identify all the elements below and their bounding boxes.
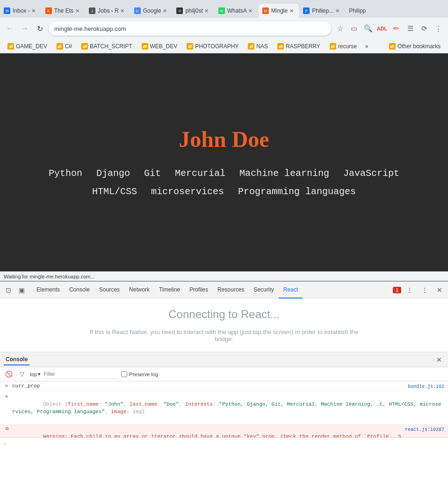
- console-panel: Console ✕ 🚫 ▽ top ▾ Preserve log ▶ curr_…: [0, 352, 448, 449]
- menu-icon[interactable]: ⋮: [432, 22, 444, 35]
- bookmark-batch-script[interactable]: 📁 BATCH_SCRIPT: [78, 42, 136, 51]
- toolbar-icons: ☆ ▭ 🔍 ADL ✏ ☰ ⟳ ⋮: [334, 22, 444, 35]
- devtools-controls: ⊡ ▣: [2, 284, 28, 297]
- reader-icon[interactable]: ☰: [404, 22, 416, 35]
- draw-icon[interactable]: ✏: [390, 22, 402, 35]
- arrow-icon: ▶: [4, 383, 10, 389]
- tab-philipp2[interactable]: Philipp: [345, 4, 373, 18]
- tab-security[interactable]: Security: [249, 282, 278, 299]
- console-line-source[interactable]: bundle.js:102: [408, 383, 444, 391]
- tab-console[interactable]: Console: [65, 282, 94, 299]
- devtools-close-button[interactable]: ✕: [433, 284, 446, 297]
- tab-google[interactable]: G Google ✕: [130, 4, 173, 18]
- tab-jobs[interactable]: J Jobs - R ✕: [85, 4, 130, 18]
- tab-close-jobs[interactable]: ✕: [119, 7, 126, 15]
- tab-sources[interactable]: Sources: [94, 282, 124, 299]
- tab-react[interactable]: React: [279, 282, 303, 299]
- tab-close-github[interactable]: ✕: [203, 7, 210, 15]
- tab-philipp1[interactable]: P Philiep... ✕: [299, 4, 345, 18]
- skill-microservices: microservices: [144, 184, 231, 199]
- tab-close-philipp1[interactable]: ✕: [333, 7, 341, 15]
- bookmark-other[interactable]: 📁 Other bookmarks: [385, 42, 444, 51]
- folder-icon: 📁: [330, 43, 336, 50]
- console-prompt-input[interactable]: [8, 441, 444, 446]
- arrow-icon: ▶: [4, 394, 10, 400]
- tab-close-inbox[interactable]: ✕: [30, 7, 37, 15]
- tab-close-whatsapp[interactable]: ✕: [247, 7, 254, 15]
- bookmark-nas[interactable]: 📁 NAS: [244, 42, 272, 51]
- tab-mingle[interactable]: M Mingle ✕: [259, 4, 299, 18]
- bookmark-web-dev[interactable]: 📁 WEB_DEV: [138, 42, 181, 51]
- tab-resources[interactable]: Resources: [213, 282, 249, 299]
- page-title: John Doe: [179, 126, 269, 152]
- bookmark-label-other: Other bookmarks: [397, 43, 441, 50]
- console-tab-label[interactable]: Console: [4, 354, 29, 365]
- skill-python: Python: [42, 166, 89, 181]
- folder-icon: 📁: [277, 43, 284, 50]
- bookmark-raspberry[interactable]: 📁 RASPBERRY: [274, 42, 324, 51]
- tab-inbox[interactable]: ✉ Inbox - ✕: [0, 4, 41, 18]
- error-badge: 1: [393, 287, 401, 293]
- preserve-log-checkbox[interactable]: [121, 371, 127, 377]
- tab-title-philipp1: Philiep...: [312, 7, 333, 14]
- bookmark-label-photography: PHOTOGRAPHY: [195, 43, 238, 50]
- devtools-undock-button[interactable]: ⊡: [2, 284, 15, 297]
- tab-title-github: philj0st: [185, 7, 202, 14]
- bookmark-game-dev[interactable]: 📁 GAME_DEV: [4, 42, 51, 51]
- tab-close-mingle[interactable]: ✕: [288, 7, 295, 15]
- devtools-toggle-button[interactable]: ▣: [15, 284, 28, 297]
- extension-icon[interactable]: ADL: [376, 22, 388, 35]
- react-hint-text: If this is React Native, you need to int…: [84, 328, 364, 343]
- bookmark-photography[interactable]: 📁 PHOTOGRAPHY: [183, 42, 242, 51]
- skill-django: Django: [89, 166, 137, 181]
- zoom-icon[interactable]: 🔍: [362, 22, 374, 35]
- console-line-text: Warning: Each child in an array or itera…: [12, 425, 401, 437]
- bookmark-label-batch-script: BATCH_SCRIPT: [90, 43, 132, 50]
- bookmark-csharp[interactable]: 📁 C#: [53, 42, 76, 51]
- console-line: ▶ curr_prop bundle.js:102: [0, 381, 448, 392]
- tab-network[interactable]: Network: [124, 282, 154, 299]
- bookmark-label-raspberry: RASPBERRY: [286, 43, 320, 50]
- tab-elements[interactable]: Elements: [32, 282, 65, 299]
- devtools-settings-button[interactable]: ⋮: [418, 284, 431, 297]
- tab-whatsapp[interactable]: W WhatsA ✕: [215, 4, 258, 18]
- tab-title-philipp2: Philipp: [349, 7, 369, 14]
- sync-icon[interactable]: ⟳: [418, 22, 430, 35]
- reload-button[interactable]: ↻: [34, 22, 46, 35]
- tab-bar: ✉ Inbox - ✕ E The Ets ✕ J Jobs - R ✕ G G…: [0, 0, 448, 18]
- preserve-log-label[interactable]: Preserve log: [121, 371, 158, 377]
- console-filter-button[interactable]: ▽: [17, 369, 27, 379]
- console-tab-bar: Console ✕: [0, 352, 448, 367]
- console-level-filter[interactable]: top ▾: [30, 371, 41, 377]
- cast-icon[interactable]: ▭: [348, 22, 360, 35]
- bookmark-label-game-dev: GAME_DEV: [16, 43, 47, 50]
- console-toolbar: 🚫 ▽ top ▾ Preserve log: [0, 367, 448, 381]
- console-line-source[interactable]: react.js:19287: [405, 426, 444, 434]
- skill-mercurial: Mercurial: [168, 166, 232, 181]
- chevron-down-icon: ▾: [38, 371, 41, 377]
- devtools-right-controls: 1 ⋮ ⋮ ✕: [393, 284, 446, 297]
- tab-etsy[interactable]: E The Ets ✕: [42, 4, 85, 18]
- console-close-button[interactable]: ✕: [434, 355, 444, 365]
- back-button[interactable]: ←: [4, 22, 16, 35]
- bookmark-icon[interactable]: ☆: [334, 22, 346, 35]
- tab-timeline[interactable]: Timeline: [154, 282, 185, 299]
- console-clear-button[interactable]: 🚫: [4, 369, 14, 379]
- skill-js: JavaScript: [336, 166, 406, 181]
- address-input[interactable]: [49, 22, 331, 36]
- forward-button[interactable]: →: [19, 22, 31, 35]
- preserve-log-text: Preserve log: [129, 372, 158, 377]
- bookmark-recurse[interactable]: 📁 recurse: [326, 42, 361, 51]
- devtools-more-tabs-button[interactable]: ⋮: [403, 284, 416, 297]
- tab-close-etsy[interactable]: ✕: [73, 7, 81, 15]
- skill-git: Git: [137, 166, 168, 181]
- skill-ml: Machine learning: [232, 166, 336, 181]
- skill-prog-langs: Programming languages: [231, 184, 363, 199]
- tab-github[interactable]: ⊙ philj0st ✕: [173, 4, 214, 18]
- tab-profiles[interactable]: Profiles: [185, 282, 213, 299]
- console-line-text: Object {first_name: "John", last_name: "…: [12, 393, 444, 423]
- bookmarks-more-button[interactable]: »: [362, 42, 371, 51]
- console-search-input[interactable]: [43, 370, 118, 379]
- tab-close-google[interactable]: ✕: [161, 7, 168, 15]
- folder-icon: 📁: [7, 43, 14, 50]
